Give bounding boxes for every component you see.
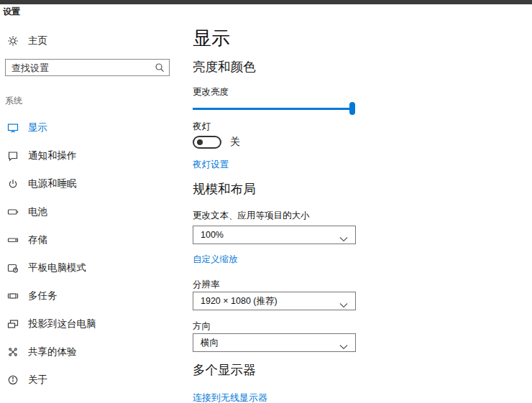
sidebar-item-about[interactable]: 关于 — [0, 366, 184, 394]
power-icon — [7, 178, 19, 190]
chevron-down-icon — [339, 298, 348, 304]
settings-window: 设置 主页 系统 — [0, 0, 532, 403]
chevron-down-icon — [339, 232, 348, 238]
multitask-icon — [7, 290, 19, 302]
sidebar-item-tablet-mode[interactable]: 平板电脑模式 — [0, 254, 184, 282]
night-light-label: 夜灯 — [193, 121, 525, 132]
sidebar-item-multitasking[interactable]: 多任务 — [0, 282, 184, 310]
about-icon — [7, 374, 19, 386]
sidebar-group-label: 系统 — [5, 95, 184, 107]
search-icon[interactable] — [155, 62, 165, 73]
brightness-slider[interactable] — [193, 102, 355, 115]
sidebar-item-projecting[interactable]: 投影到这台电脑 — [0, 310, 184, 338]
main-content: 显示 亮度和颜色 更改亮度 夜灯 关 夜灯设置 规模和布局 更改文本、应用等项目… — [193, 4, 525, 403]
brightness-slider-label: 更改亮度 — [193, 86, 525, 98]
sidebar-item-label: 主页 — [28, 34, 47, 47]
connect-wireless-display-link[interactable]: 连接到无线显示器 — [193, 392, 267, 403]
slider-thumb[interactable] — [349, 102, 355, 115]
night-light-settings-link[interactable]: 夜灯设置 — [193, 159, 229, 171]
sidebar-item-home[interactable]: 主页 — [7, 33, 184, 49]
sidebar-item-notifications[interactable]: 通知和操作 — [0, 142, 184, 170]
toggle-knob — [197, 139, 203, 145]
section-heading-scale-layout: 规模和布局 — [193, 181, 525, 197]
night-light-toggle[interactable] — [193, 136, 221, 149]
resolution-dropdown[interactable]: 1920 × 1080 (推荐) — [193, 292, 356, 310]
night-light-toggle-row: 关 — [193, 136, 525, 149]
section-heading-brightness: 亮度和颜色 — [193, 59, 525, 75]
sidebar-item-label: 电池 — [28, 205, 47, 218]
chevron-down-icon — [339, 340, 348, 346]
scale-dropdown-value: 100% — [201, 230, 224, 240]
sidebar-item-label: 关于 — [28, 374, 47, 386]
storage-icon — [7, 234, 19, 246]
sidebar-item-display[interactable]: 显示 — [0, 114, 184, 142]
shared-experiences-icon — [7, 346, 19, 358]
sidebar-item-label: 平板电脑模式 — [28, 261, 86, 274]
sidebar-item-label: 电源和睡眠 — [28, 177, 77, 190]
battery-icon — [7, 206, 19, 218]
resolution-dropdown-value: 1920 × 1080 (推荐) — [201, 295, 278, 307]
sidebar-item-storage[interactable]: 存储 — [0, 226, 184, 254]
sidebar-item-label: 多任务 — [28, 289, 58, 302]
sidebar-nav: 显示 通知和操作 电源和睡眠 — [0, 114, 184, 394]
search-box[interactable] — [5, 59, 170, 76]
sidebar-item-power-sleep[interactable]: 电源和睡眠 — [0, 170, 184, 198]
orientation-dropdown-value: 横向 — [201, 337, 219, 349]
sidebar-item-label: 共享的体验 — [28, 346, 77, 358]
sidebar-item-label: 显示 — [28, 121, 47, 134]
display-icon — [7, 122, 19, 134]
orientation-dropdown-label: 方向 — [193, 320, 525, 332]
sidebar: 主页 系统 显示 — [0, 4, 184, 394]
sidebar-item-label: 存储 — [28, 233, 47, 246]
search-input[interactable] — [12, 62, 155, 73]
section-heading-multiple-displays: 多个显示器 — [193, 362, 525, 378]
project-icon — [7, 318, 19, 330]
sidebar-item-shared-experiences[interactable]: 共享的体验 — [0, 338, 184, 366]
orientation-dropdown[interactable]: 横向 — [193, 333, 356, 352]
notifications-icon — [7, 150, 19, 162]
sidebar-item-battery[interactable]: 电池 — [0, 198, 184, 226]
tablet-mode-icon — [7, 262, 19, 274]
page-title: 显示 — [193, 27, 525, 49]
gear-icon — [7, 35, 19, 47]
toggle-state-text: 关 — [230, 136, 240, 149]
scale-dropdown[interactable]: 100% — [193, 226, 356, 244]
custom-scaling-link[interactable]: 自定义缩放 — [193, 254, 238, 266]
slider-track[interactable] — [193, 108, 355, 110]
scale-dropdown-label: 更改文本、应用等项目的大小 — [193, 210, 525, 221]
sidebar-item-label: 通知和操作 — [28, 149, 77, 162]
sidebar-item-label: 投影到这台电脑 — [28, 318, 96, 330]
resolution-dropdown-label: 分辨率 — [193, 279, 525, 290]
